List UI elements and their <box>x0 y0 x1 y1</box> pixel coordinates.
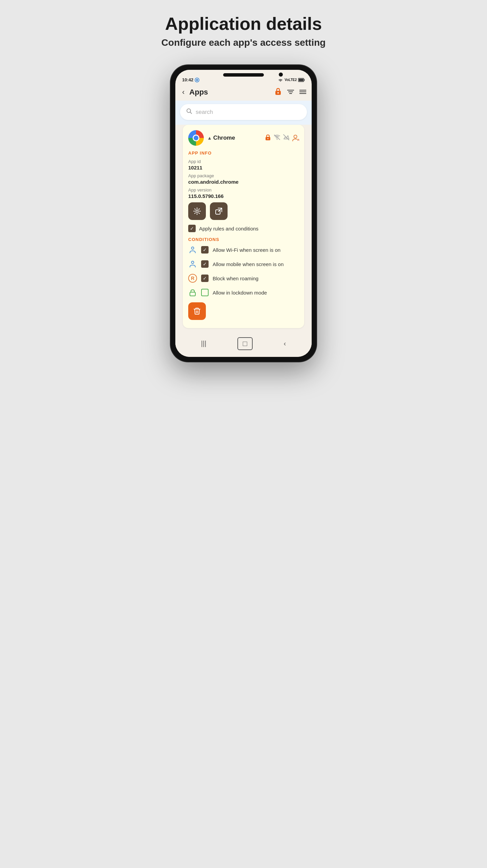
app-header: ‹ Apps <box>175 84 312 101</box>
app-package-value: com.android.chrome <box>188 179 299 185</box>
status-left: 10:42 <box>182 77 199 82</box>
condition-lockdown-checkbox[interactable] <box>201 289 209 296</box>
svg-rect-23 <box>190 292 195 296</box>
condition-wifi-label: Allow Wi-Fi when screen is on <box>213 247 280 253</box>
apply-rules-row[interactable]: ✓ Apply rules and conditions <box>188 225 299 232</box>
condition-mobile-checkbox[interactable]: ✓ <box>201 260 209 268</box>
notch <box>223 73 264 77</box>
condition-roaming-checkbox[interactable]: ✓ <box>201 275 209 282</box>
lockdown-icon <box>188 288 197 297</box>
chrome-app-icon <box>188 130 204 146</box>
svg-point-15 <box>277 139 278 140</box>
app-row: ▲ Chrome <box>188 130 299 146</box>
app-name: Chrome <box>213 135 235 141</box>
svg-point-4 <box>277 92 279 94</box>
search-placeholder: search <box>196 109 301 116</box>
app-version-value: 115.0.5790.166 <box>188 193 299 199</box>
wifi-user-icon <box>188 245 197 254</box>
signal-text: VoLTE2 <box>285 78 297 82</box>
vpn-icon <box>195 78 199 82</box>
conditions-section-title: CONDITIONS <box>188 237 299 242</box>
delete-button[interactable] <box>188 302 206 320</box>
svg-point-18 <box>196 210 198 213</box>
notch-area <box>175 70 312 75</box>
condition-lockdown-label: Allow in lockdown mode <box>213 290 267 296</box>
checkmark-icon: ✓ <box>190 226 194 231</box>
condition-lockdown-row: Allow in lockdown mode <box>188 288 299 297</box>
app-package-label: App package <box>188 173 299 178</box>
settings-button[interactable] <box>188 202 206 220</box>
filter-icon-2[interactable] <box>299 88 306 96</box>
svg-rect-1 <box>304 79 305 81</box>
action-buttons <box>188 202 299 220</box>
header-icons <box>274 87 306 97</box>
status-right: VoLTE2 <box>278 78 305 82</box>
svg-point-22 <box>192 261 194 264</box>
app-version-label: App version <box>188 187 299 193</box>
page-title: Application details <box>165 14 322 34</box>
app-id-value: 10211 <box>188 165 299 170</box>
chevron-up-icon: ▲ <box>207 135 212 141</box>
roaming-icon: R <box>188 274 197 283</box>
page-subtitle: Configure each app's access setting <box>161 37 326 48</box>
mobile-user-icon <box>188 260 197 268</box>
filter-icon-1[interactable] <box>287 88 294 96</box>
app-status-icons: R <box>265 134 299 142</box>
bottom-nav: ||| □ ‹ <box>175 332 312 357</box>
svg-line-12 <box>190 112 192 114</box>
home-button[interactable]: □ <box>237 337 253 350</box>
app-lock-icon[interactable] <box>265 134 271 142</box>
condition-wifi-checkbox[interactable]: ✓ <box>201 246 209 254</box>
roaming-person-icon: R <box>292 134 299 142</box>
condition-roaming-label: Block when roaming <box>213 276 258 281</box>
battery-icon <box>298 78 305 82</box>
svg-point-17 <box>294 135 297 138</box>
app-name-row: ▲ Chrome <box>207 135 261 141</box>
svg-point-14 <box>268 138 269 139</box>
recents-button[interactable]: ||| <box>194 337 213 350</box>
svg-point-21 <box>192 247 194 249</box>
back-button[interactable]: ‹ <box>181 86 186 98</box>
nav-back-button[interactable]: ‹ <box>277 337 293 350</box>
condition-mobile-label: Allow mobile when screen is on <box>213 261 284 267</box>
wifi-icon <box>278 78 283 82</box>
condition-wifi-row: ✓ Allow Wi-Fi when screen is on <box>188 245 299 254</box>
app-id-label: App id <box>188 159 299 164</box>
no-data-icon <box>283 134 289 142</box>
lock-icon[interactable] <box>274 87 282 97</box>
app-info-section-title: APP INFO <box>188 150 299 156</box>
camera-dot <box>279 73 283 77</box>
search-container: search <box>175 101 312 125</box>
apply-rules-label: Apply rules and conditions <box>199 226 258 231</box>
search-bar[interactable]: search <box>180 104 307 120</box>
app-card: ▲ Chrome <box>183 125 304 328</box>
apply-rules-checkbox[interactable]: ✓ <box>188 225 196 232</box>
phone-shell: 10:42 VoLTE2 ‹ <box>171 65 316 362</box>
svg-rect-2 <box>299 79 304 81</box>
time-display: 10:42 <box>182 77 193 82</box>
app-card-wrapper: ▲ Chrome <box>175 125 312 332</box>
search-icon <box>186 108 192 116</box>
apps-title: Apps <box>189 88 271 97</box>
no-wifi-icon <box>274 134 280 142</box>
external-link-button[interactable] <box>210 202 228 220</box>
condition-mobile-row: ✓ Allow mobile when screen is on <box>188 260 299 268</box>
condition-roaming-row: R ✓ Block when roaming <box>188 274 299 283</box>
